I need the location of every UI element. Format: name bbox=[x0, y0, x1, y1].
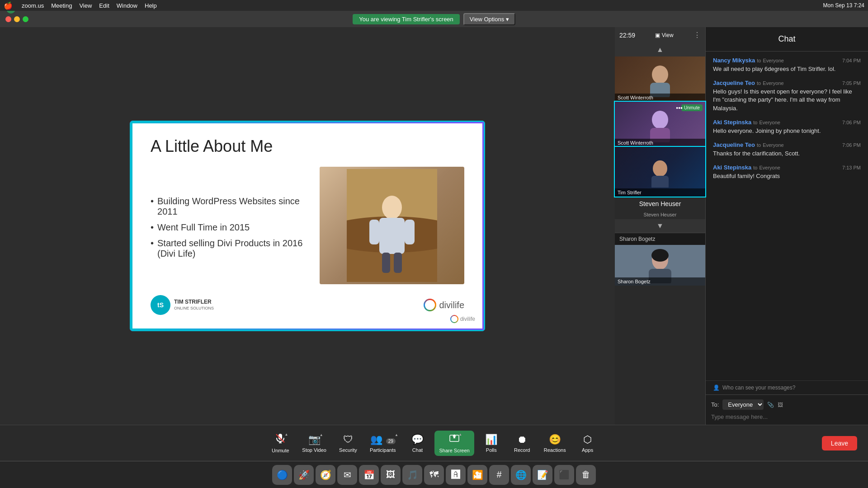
participants-label: Participants bbox=[370, 447, 396, 453]
participant-video-scott1: Scott Winterroth bbox=[615, 56, 705, 102]
content-row: 🛡 A Little About Me Building WordPress W… bbox=[0, 27, 868, 425]
participant-name-tim: Tim Strifler bbox=[615, 188, 705, 197]
chat-text-5: Beautiful family! Congrats bbox=[713, 172, 861, 180]
menu-bar-right: Mon Sep 13 7:24 bbox=[823, 2, 864, 9]
slide-inner: A Little About Me Building WordPress Web… bbox=[132, 123, 482, 328]
dock-slack[interactable]: # bbox=[489, 465, 509, 485]
more-options-icon[interactable]: ⋮ bbox=[693, 31, 701, 39]
dock-music[interactable]: 🎵 bbox=[402, 465, 422, 485]
who-can-see: 👤 Who can see your messages? bbox=[706, 380, 868, 394]
chat-recipient-dropdown[interactable]: Everyone bbox=[722, 399, 764, 410]
chat-messages: Nancy Mikyska to Everyone 7:04 PM We all… bbox=[706, 52, 868, 380]
chat-sender-5: Aki Stepinska bbox=[713, 164, 751, 171]
slide-bullet-1: Building WordPress Websites since 2011 bbox=[151, 196, 311, 217]
bottom-participant-label: Sharon Bogetz bbox=[615, 233, 705, 245]
svg-point-4 bbox=[382, 196, 402, 219]
menu-window[interactable]: Window bbox=[117, 2, 137, 9]
mac-dock: 🔵 🚀 🧭 ✉ 📅 🖼 🎵 🗺 🅰 🎦 # 🌐 📝 ⬛ 🗑 bbox=[0, 461, 868, 488]
toolbar-polls[interactable]: 📊 Polls bbox=[478, 431, 505, 455]
svg-rect-9 bbox=[394, 253, 402, 273]
record-icon: ⏺ bbox=[517, 434, 527, 446]
view-toggle-button[interactable]: ▣ View bbox=[655, 32, 673, 38]
dock-trash[interactable]: 🗑 bbox=[576, 465, 596, 485]
svg-point-15 bbox=[653, 160, 667, 177]
toolbar-unmute[interactable]: ▲ Unmute bbox=[267, 431, 294, 456]
chat-toolbar-label: Chat bbox=[412, 447, 423, 453]
share-screen-label: Share Screen bbox=[439, 448, 469, 453]
reactions-label: Reactions bbox=[544, 447, 566, 453]
video-caret: ▲ bbox=[320, 433, 323, 437]
participants-count: 29 bbox=[386, 438, 396, 444]
reactions-icon: 😊 bbox=[549, 434, 561, 446]
chat-message-3: Aki Stepinska to Everyone 7:06 PM Hello … bbox=[713, 119, 861, 135]
dock-chrome[interactable]: 🌐 bbox=[511, 465, 531, 485]
apple-menu[interactable]: 🍎 bbox=[4, 1, 13, 10]
toolbar-chat[interactable]: 💬 Chat bbox=[404, 431, 431, 455]
expand-participants-button[interactable]: ▼ bbox=[615, 219, 705, 233]
slide-container: A Little About Me Building WordPress Web… bbox=[131, 122, 484, 330]
collapse-participants-button[interactable]: ▲ bbox=[615, 43, 705, 56]
dock-photos[interactable]: 🖼 bbox=[381, 465, 401, 485]
participants-caret: ▲ bbox=[395, 433, 398, 437]
chat-text-4: Thanks for the clarification, Scott. bbox=[713, 150, 861, 158]
camera-icon: 📷 ▲ bbox=[308, 434, 321, 446]
toolbar-apps[interactable]: ⬡ Apps bbox=[574, 431, 601, 455]
dock-terminal[interactable]: ⬛ bbox=[554, 465, 574, 485]
dock-appstore[interactable]: 🅰 bbox=[446, 465, 466, 485]
svg-text:tS: tS bbox=[157, 301, 164, 309]
toolbar-security[interactable]: 🛡 Security bbox=[335, 431, 362, 455]
screenshot-icon[interactable]: 🖼 bbox=[778, 402, 783, 408]
toolbar-reactions[interactable]: 😊 Reactions bbox=[539, 431, 571, 455]
menu-edit[interactable]: Edit bbox=[99, 2, 109, 9]
screen-share-bar: You are viewing Tim Strifler's screen Vi… bbox=[0, 11, 868, 27]
more-options-button[interactable]: ••• bbox=[676, 104, 683, 112]
to-label: To: bbox=[711, 401, 719, 408]
chat-input-row bbox=[711, 413, 863, 420]
logo-ts: tS TIM STRIFLER ONLINE SOLUTIONS bbox=[151, 295, 214, 315]
dock-mail[interactable]: ✉ bbox=[337, 465, 357, 485]
chat-message-1: Nancy Mikyska to Everyone 7:04 PM We all… bbox=[713, 57, 861, 73]
security-icon: 🛡 bbox=[343, 434, 353, 446]
dock-zoom[interactable]: 🎦 bbox=[467, 465, 487, 485]
toolbar-share-screen[interactable]: ▲ Share Screen bbox=[434, 431, 474, 456]
fullscreen-button[interactable] bbox=[23, 16, 28, 22]
center-and-right: 🛡 A Little About Me Building WordPress W… bbox=[0, 27, 705, 425]
toolbar-participants[interactable]: 👥 29 ▲ Participants bbox=[365, 431, 400, 455]
svg-rect-8 bbox=[382, 253, 390, 273]
view-options-button[interactable]: View Options ▾ bbox=[463, 13, 515, 25]
chat-panel: Chat Nancy Mikyska to Everyone 7:04 PM W… bbox=[705, 27, 868, 425]
dock-maps[interactable]: 🗺 bbox=[424, 465, 444, 485]
chat-time-3: 7:06 PM bbox=[842, 120, 861, 125]
polls-icon: 📊 bbox=[485, 434, 497, 446]
dock-vscode[interactable]: 📝 bbox=[533, 465, 552, 485]
chat-time-5: 7:13 PM bbox=[842, 165, 861, 170]
menu-meeting[interactable]: Meeting bbox=[51, 2, 72, 9]
app-container: 🍎 zoom.us Meeting View Edit Window Help … bbox=[0, 0, 868, 488]
slide-footer: tS TIM STRIFLER ONLINE SOLUTIONS bbox=[151, 295, 464, 315]
file-icon[interactable]: 📎 bbox=[767, 402, 774, 408]
dock-finder[interactable]: 🔵 bbox=[272, 465, 292, 485]
chat-to-1: to bbox=[757, 58, 761, 63]
slide-photo bbox=[320, 167, 464, 284]
chat-input-field[interactable] bbox=[711, 413, 863, 420]
leave-button[interactable]: Leave bbox=[822, 436, 857, 450]
presentation-area: 🛡 A Little About Me Building WordPress W… bbox=[0, 27, 615, 425]
chat-time-2: 7:05 PM bbox=[842, 80, 861, 86]
participant-name-scott1: Scott Winterroth bbox=[615, 94, 705, 102]
dock-launchpad[interactable]: 🚀 bbox=[294, 465, 314, 485]
menu-zoom[interactable]: zoom.us bbox=[22, 2, 44, 9]
unmute-caret: ▲ bbox=[284, 432, 288, 436]
toolbar-record[interactable]: ⏺ Record bbox=[509, 431, 536, 455]
participants-header: 22:59 ▣ View ⋮ bbox=[615, 27, 705, 43]
slide-bottom-logo: divilife bbox=[450, 315, 475, 323]
dock-calendar[interactable]: 📅 bbox=[359, 465, 379, 485]
dock-safari[interactable]: 🧭 bbox=[316, 465, 335, 485]
close-button[interactable] bbox=[5, 16, 11, 22]
minimize-button[interactable] bbox=[14, 16, 20, 22]
unmute-button[interactable]: Unmute bbox=[681, 104, 703, 111]
menu-view[interactable]: View bbox=[79, 2, 92, 9]
participant-video-scott2: Unmute ••• Scott Winterroth bbox=[615, 102, 705, 147]
toolbar-stop-video[interactable]: 📷 ▲ Stop Video bbox=[297, 431, 331, 455]
chat-sender-3: Aki Stepinska bbox=[713, 119, 751, 126]
menu-help[interactable]: Help bbox=[145, 2, 157, 9]
